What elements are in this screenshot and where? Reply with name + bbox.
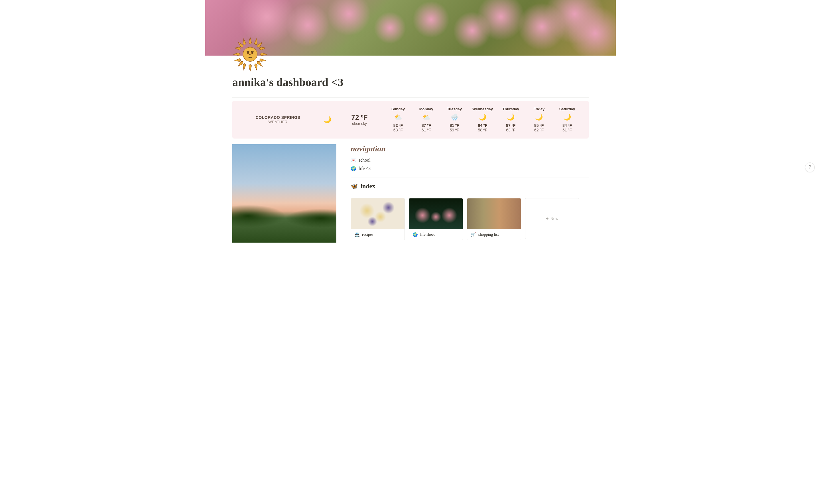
divider [232, 97, 589, 98]
card-shopping-list[interactable]: 🛒 shopping list [467, 198, 521, 240]
page-title[interactable]: annika's dashboard <3 [232, 76, 589, 89]
weather-icon: 🌙 [527, 113, 551, 121]
weather-current: 72 ºF clear sky [342, 113, 377, 126]
nav-link-school[interactable]: 💌 school [351, 158, 589, 163]
card-cover [351, 198, 405, 229]
nav-link-label: life <3 [359, 166, 371, 171]
weather-icon: 🌙 [471, 113, 494, 121]
svg-point-1 [247, 52, 249, 54]
weather-icon: 🌙 [499, 113, 523, 121]
card-cover [409, 198, 463, 229]
card-cover [467, 198, 521, 229]
new-card-button[interactable]: +New [525, 198, 579, 239]
cart-icon: 🛒 [471, 232, 476, 237]
weather-widget: COLORADO SPRINGS WEATHER 🌙 72 ºF clear s… [232, 101, 589, 139]
new-label: New [550, 216, 558, 221]
weather-icon: 🌧️ [443, 113, 466, 121]
weather-day-saturday: Saturday 🌙 84 ºF 61 ºF [555, 107, 579, 132]
weather-current-condition: clear sky [342, 121, 377, 126]
index-gallery: 📇 recipes 🌍 life sheet 🛒 shopping l [351, 198, 589, 240]
globe-icon: 🌍 [351, 166, 356, 171]
index-heading-text: index [361, 182, 375, 190]
butterfly-icon: 🦋 [351, 183, 358, 190]
weather-day-monday: Monday ⛅ 87 ºF 61 ºF [414, 107, 438, 132]
navigation-heading: navigation [351, 144, 386, 154]
nav-link-life[interactable]: 🌍 life <3 [351, 166, 589, 171]
weather-day-tuesday: Tuesday 🌧️ 81 ºF 59 ºF [443, 107, 466, 132]
weather-location: COLORADO SPRINGS WEATHER [241, 115, 315, 124]
weather-day-sunday: Sunday ⛅ 82 ºF 63 ºF [386, 107, 410, 132]
weather-icon: ⛅ [386, 113, 410, 121]
love-letter-icon: 💌 [351, 158, 356, 163]
card-recipes[interactable]: 📇 recipes [351, 198, 405, 240]
side-image[interactable] [232, 144, 336, 243]
globe-icon: 🌍 [412, 232, 418, 237]
weather-label: WEATHER [241, 120, 315, 124]
svg-point-0 [243, 47, 257, 62]
weather-current-icon: 🌙 [324, 116, 334, 123]
weather-day-wednesday: Wednesday 🌙 84 ºF 58 ºF [471, 107, 494, 132]
weather-forecast: Sunday ⛅ 82 ºF 63 ºF Monday ⛅ 87 ºF 61 º… [385, 107, 580, 132]
card-life-sheet[interactable]: 🌍 life sheet [409, 198, 463, 240]
sun-face-icon [232, 36, 268, 72]
weather-current-temp: 72 ºF [342, 113, 377, 121]
weather-icon: 🌙 [555, 113, 579, 121]
weather-icon: ⛅ [414, 113, 438, 121]
card-label: shopping list [478, 232, 499, 237]
card-index-icon: 📇 [354, 232, 360, 237]
nav-link-label: school [359, 158, 371, 163]
weather-city: COLORADO SPRINGS [241, 115, 315, 120]
page-icon[interactable] [232, 36, 268, 72]
card-label: life sheet [420, 232, 435, 237]
svg-point-2 [251, 52, 253, 54]
index-heading[interactable]: 🦋 index [351, 182, 589, 190]
weather-day-thursday: Thursday 🌙 87 ºF 63 ºF [499, 107, 523, 132]
card-label: recipes [362, 232, 373, 237]
divider [351, 178, 589, 178]
plus-icon: + [546, 216, 548, 221]
weather-day-friday: Friday 🌙 85 ºF 62 ºF [527, 107, 551, 132]
